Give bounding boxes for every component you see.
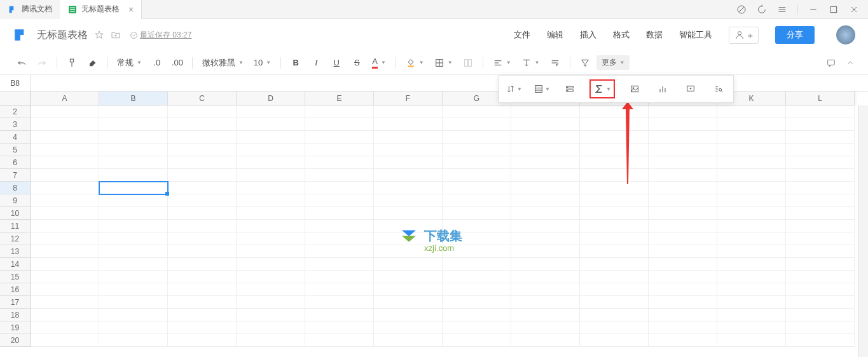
cell[interactable] [99, 144, 168, 156]
cell[interactable] [786, 220, 855, 232]
cell[interactable] [374, 258, 443, 271]
conditional-format-button[interactable]: ▼ [534, 81, 550, 97]
cell[interactable] [237, 258, 305, 271]
avatar[interactable] [836, 25, 855, 44]
cell[interactable] [649, 271, 717, 283]
cell[interactable] [99, 309, 168, 321]
cell[interactable] [580, 207, 649, 220]
cell[interactable] [237, 271, 305, 283]
cell[interactable] [717, 118, 786, 131]
cell[interactable] [374, 271, 443, 283]
cell[interactable] [580, 309, 649, 321]
wrap-text-button[interactable] [546, 54, 564, 72]
cell[interactable] [786, 321, 855, 334]
insert-chart-button[interactable] [654, 81, 671, 97]
cell[interactable] [168, 321, 237, 334]
cell[interactable] [443, 309, 511, 321]
cell[interactable] [168, 245, 237, 258]
cell[interactable] [717, 144, 786, 156]
cell[interactable] [511, 271, 580, 283]
cell[interactable] [649, 245, 717, 258]
underline-button[interactable]: U [327, 54, 345, 72]
cell[interactable] [305, 131, 374, 144]
cell[interactable] [443, 258, 511, 271]
row-header[interactable]: 6 [0, 156, 31, 169]
cell[interactable] [443, 194, 511, 207]
row-header[interactable]: 10 [0, 207, 31, 220]
cell[interactable] [511, 156, 580, 169]
menu-file[interactable]: 文件 [514, 29, 530, 41]
cell[interactable] [786, 309, 855, 321]
cell[interactable] [443, 296, 511, 309]
column-header[interactable]: L [786, 91, 855, 105]
cell[interactable] [99, 321, 168, 334]
bold-button[interactable]: B [287, 54, 305, 72]
cell[interactable] [511, 283, 580, 296]
cell[interactable] [649, 220, 717, 232]
cell[interactable] [511, 232, 580, 245]
cell[interactable] [237, 283, 305, 296]
cell[interactable] [649, 296, 717, 309]
cell[interactable] [99, 232, 168, 245]
cell[interactable] [443, 334, 511, 347]
cell[interactable] [374, 182, 443, 194]
cell[interactable] [31, 169, 99, 182]
cell[interactable] [649, 283, 717, 296]
cell[interactable] [168, 283, 237, 296]
save-status[interactable]: 最近保存 03:27 [130, 30, 191, 41]
refresh-icon[interactable] [757, 4, 767, 15]
cell[interactable] [374, 232, 443, 245]
row-header[interactable]: 14 [0, 258, 31, 271]
cell[interactable] [786, 296, 855, 309]
cell[interactable] [374, 105, 443, 118]
cell[interactable] [305, 258, 374, 271]
menu-format[interactable]: 格式 [613, 29, 630, 41]
cell[interactable] [99, 220, 168, 232]
cell[interactable] [717, 258, 786, 271]
cell[interactable] [305, 182, 374, 194]
cell[interactable] [511, 169, 580, 182]
cell[interactable] [786, 258, 855, 271]
cell[interactable] [374, 131, 443, 144]
row-header[interactable]: 11 [0, 220, 31, 232]
cell[interactable] [237, 169, 305, 182]
document-title[interactable]: 无标题表格 [37, 29, 88, 42]
cell[interactable] [31, 321, 99, 334]
cell[interactable] [443, 271, 511, 283]
row-header[interactable]: 19 [0, 321, 31, 334]
cell[interactable] [649, 194, 717, 207]
cell[interactable] [649, 144, 717, 156]
row-header[interactable]: 3 [0, 118, 31, 131]
cell[interactable] [305, 334, 374, 347]
cell[interactable] [31, 105, 99, 118]
cell[interactable] [580, 182, 649, 194]
cell[interactable] [649, 169, 717, 182]
cell[interactable] [786, 271, 855, 283]
cell[interactable] [31, 245, 99, 258]
column-header[interactable]: B [99, 91, 168, 105]
menu-insert[interactable]: 插入 [580, 29, 596, 41]
cell[interactable] [717, 321, 786, 334]
cell[interactable] [374, 144, 443, 156]
cell[interactable] [511, 144, 580, 156]
cell[interactable] [305, 232, 374, 245]
find-button[interactable] [710, 81, 727, 97]
cell[interactable] [443, 220, 511, 232]
cell[interactable] [31, 144, 99, 156]
column-header[interactable]: D [237, 91, 305, 105]
cell[interactable] [786, 283, 855, 296]
cell[interactable] [374, 245, 443, 258]
cell[interactable] [717, 131, 786, 144]
cell[interactable] [717, 232, 786, 245]
cell[interactable] [305, 245, 374, 258]
cell[interactable] [237, 194, 305, 207]
cell[interactable] [305, 207, 374, 220]
cell[interactable] [580, 232, 649, 245]
cell[interactable] [580, 105, 649, 118]
cell[interactable] [374, 118, 443, 131]
share-button[interactable]: 分享 [775, 26, 815, 44]
cell[interactable] [374, 207, 443, 220]
cell[interactable] [511, 258, 580, 271]
cell[interactable] [717, 194, 786, 207]
app-tab[interactable]: 腾讯文档 [0, 0, 60, 19]
